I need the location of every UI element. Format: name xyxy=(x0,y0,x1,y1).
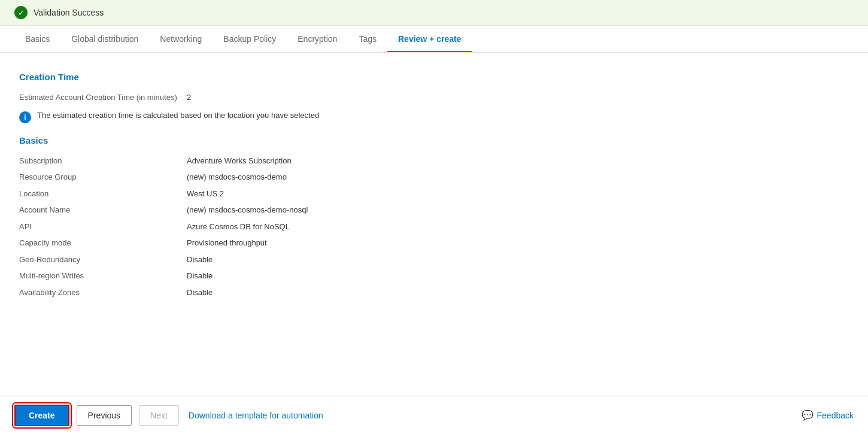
api-row: API Azure Cosmos DB for NoSQL xyxy=(19,221,849,233)
estimated-time-value: 2 xyxy=(187,92,191,104)
tab-networking[interactable]: Networking xyxy=(149,26,213,52)
tab-basics[interactable]: Basics xyxy=(14,26,60,52)
account-name-label: Account Name xyxy=(19,204,187,216)
footer: Create Previous Next Download a template… xyxy=(0,396,868,434)
geo-redundancy-label: Geo-Redundancy xyxy=(19,254,187,266)
availability-zones-value: Disable xyxy=(187,287,213,299)
resource-group-row: Resource Group (new) msdocs-cosmos-demo xyxy=(19,171,849,183)
api-label: API xyxy=(19,221,187,233)
geo-redundancy-value: Disable xyxy=(187,254,213,266)
feedback-icon: 💬 xyxy=(802,409,814,421)
estimated-time-label: Estimated Account Creation Time (in minu… xyxy=(19,92,187,104)
estimated-time-row: Estimated Account Creation Time (in minu… xyxy=(19,92,849,104)
tab-tags[interactable]: Tags xyxy=(348,26,387,52)
geo-redundancy-row: Geo-Redundancy Disable xyxy=(19,254,849,266)
subscription-label: Subscription xyxy=(19,155,187,167)
tab-global-distribution[interactable]: Global distribution xyxy=(60,26,149,52)
tabs-bar: Basics Global distribution Networking Ba… xyxy=(0,26,868,53)
download-template-link[interactable]: Download a template for automation xyxy=(189,411,323,420)
validation-icon: ✓ xyxy=(14,6,28,19)
subscription-value: Adventure Works Subscription xyxy=(187,155,292,167)
create-button[interactable]: Create xyxy=(14,405,69,426)
capacity-mode-row: Capacity mode Provisioned throughput xyxy=(19,237,849,249)
account-name-row: Account Name (new) msdocs-cosmos-demo-no… xyxy=(19,204,849,216)
api-value: Azure Cosmos DB for NoSQL xyxy=(187,221,290,233)
feedback-label: Feedback xyxy=(817,411,854,420)
multi-region-writes-value: Disable xyxy=(187,270,213,282)
main-content: Creation Time Estimated Account Creation… xyxy=(0,53,868,394)
availability-zones-row: Availability Zones Disable xyxy=(19,287,849,299)
tab-review-create[interactable]: Review + create xyxy=(387,26,472,52)
validation-text: Validation Success xyxy=(34,8,104,17)
tab-encryption[interactable]: Encryption xyxy=(287,26,348,52)
multi-region-writes-row: Multi-region Writes Disable xyxy=(19,270,849,282)
info-notice-text: The estimated creation time is calculate… xyxy=(37,111,319,120)
multi-region-writes-label: Multi-region Writes xyxy=(19,270,187,282)
previous-button[interactable]: Previous xyxy=(77,405,132,426)
account-name-value: (new) msdocs-cosmos-demo-nosql xyxy=(187,204,308,216)
resource-group-label: Resource Group xyxy=(19,171,187,183)
basics-title: Basics xyxy=(19,135,849,145)
next-button[interactable]: Next xyxy=(139,405,179,426)
location-label: Location xyxy=(19,188,187,200)
validation-bar: ✓ Validation Success xyxy=(0,0,868,26)
info-icon: i xyxy=(19,111,31,123)
location-row: Location West US 2 xyxy=(19,188,849,200)
subscription-row: Subscription Adventure Works Subscriptio… xyxy=(19,155,849,167)
info-notice: i The estimated creation time is calcula… xyxy=(19,111,849,123)
availability-zones-label: Availability Zones xyxy=(19,287,187,299)
capacity-mode-label: Capacity mode xyxy=(19,237,187,249)
tab-backup-policy[interactable]: Backup Policy xyxy=(213,26,287,52)
capacity-mode-value: Provisioned throughput xyxy=(187,237,267,249)
feedback-button[interactable]: 💬 Feedback xyxy=(802,409,854,421)
resource-group-value: (new) msdocs-cosmos-demo xyxy=(187,171,287,183)
location-value: West US 2 xyxy=(187,188,224,200)
creation-time-title: Creation Time xyxy=(19,72,849,82)
